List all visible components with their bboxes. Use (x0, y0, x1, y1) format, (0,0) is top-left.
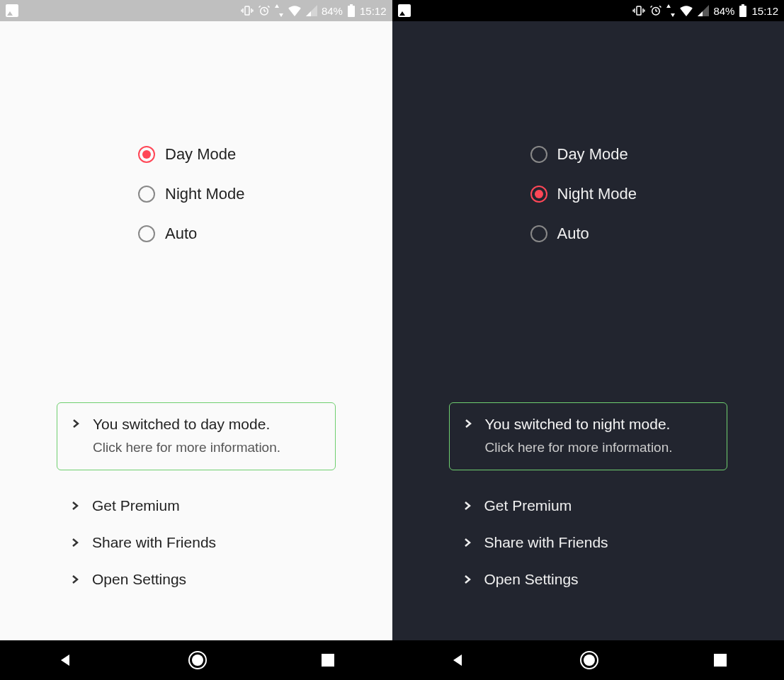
battery-icon (739, 4, 747, 17)
battery-icon (347, 4, 356, 17)
phone-light: 84% 15:12 Day Mode Night Mode Auto (0, 0, 392, 680)
radio-label: Auto (557, 225, 589, 243)
nav-bar (0, 640, 392, 680)
picture-icon (398, 4, 411, 17)
link-get-premium[interactable]: Get Premium (449, 487, 728, 524)
link-label: Get Premium (484, 497, 572, 514)
link-open-settings[interactable]: Open Settings (57, 561, 336, 598)
status-icons: 84% 15:12 (241, 4, 387, 17)
chevron-right-icon (71, 574, 79, 584)
nav-home-button[interactable] (188, 650, 208, 670)
status-bar: 84% 15:12 (0, 0, 392, 21)
data-sync-icon (275, 4, 283, 17)
radio-day-mode[interactable]: Day Mode (530, 145, 785, 164)
chevron-right-icon (463, 501, 472, 511)
link-get-premium[interactable]: Get Premium (57, 487, 336, 524)
svg-marker-11 (279, 13, 283, 17)
wifi-icon (679, 5, 693, 16)
radio-label: Auto (165, 225, 197, 243)
alarm-icon (258, 4, 271, 17)
radio-label: Day Mode (557, 145, 628, 164)
radio-night-mode[interactable]: Night Mode (530, 185, 785, 203)
radio-label: Day Mode (165, 145, 236, 164)
svg-rect-19 (322, 654, 334, 667)
svg-marker-31 (671, 13, 675, 17)
status-bar: 84% 15:12 (392, 0, 785, 21)
status-icons: 84% 15:12 (632, 4, 778, 17)
svg-rect-34 (742, 4, 744, 6)
link-label: Share with Friends (484, 534, 608, 551)
link-label: Get Premium (92, 497, 180, 514)
battery-percent: 84% (713, 5, 734, 17)
svg-rect-35 (739, 6, 746, 17)
link-open-settings[interactable]: Open Settings (449, 561, 728, 598)
svg-marker-30 (666, 4, 671, 8)
radio-label: Night Mode (557, 185, 637, 203)
signal-icon (306, 5, 317, 16)
content-area: Day Mode Night Mode Auto You switched to… (0, 21, 392, 640)
radio-night-mode[interactable]: Night Mode (138, 185, 392, 203)
vibrate-icon (241, 4, 254, 17)
svg-marker-36 (453, 654, 462, 666)
notice-line1: You switched to night mode. (485, 416, 673, 433)
notice-line1: You switched to day mode. (93, 416, 280, 433)
link-share[interactable]: Share with Friends (449, 524, 728, 561)
chevron-right-icon (71, 538, 79, 548)
radio-circle-icon (138, 225, 155, 242)
svg-point-18 (192, 654, 203, 666)
notice-line2: Click here for more information. (485, 440, 673, 455)
links-section: You switched to day mode. Click here for… (0, 402, 392, 598)
chevron-right-icon (463, 574, 472, 584)
svg-line-9 (268, 6, 269, 7)
battery-percent: 84% (322, 5, 343, 17)
svg-line-8 (259, 6, 260, 7)
picture-icon (6, 4, 18, 17)
vibrate-icon (632, 4, 645, 17)
radio-auto-mode[interactable]: Auto (530, 225, 785, 243)
svg-marker-13 (306, 11, 311, 16)
chevron-right-icon (71, 501, 79, 511)
svg-marker-12 (306, 5, 317, 16)
svg-marker-16 (61, 654, 69, 666)
theme-radio-group: Day Mode Night Mode Auto (530, 145, 785, 243)
radio-circle-icon (138, 146, 155, 163)
radio-label: Night Mode (165, 185, 245, 203)
mode-switch-notice[interactable]: You switched to day mode. Click here for… (57, 402, 336, 470)
radio-circle-icon (530, 186, 547, 203)
chevron-right-icon (72, 416, 80, 455)
wifi-icon (288, 5, 302, 16)
theme-radio-group: Day Mode Night Mode Auto (138, 145, 392, 243)
nav-recent-button[interactable] (321, 653, 335, 667)
mode-switch-notice[interactable]: You switched to night mode. Click here f… (449, 402, 728, 470)
nav-back-button[interactable] (449, 652, 466, 669)
clock-time: 15:12 (360, 5, 387, 17)
data-sync-icon (666, 4, 675, 17)
radio-auto-mode[interactable]: Auto (138, 225, 392, 243)
alarm-icon (649, 4, 662, 17)
radio-circle-icon (530, 225, 547, 242)
content-area: Day Mode Night Mode Auto You switched to… (392, 21, 785, 640)
radio-circle-icon (138, 186, 155, 203)
phone-dark: 84% 15:12 Day Mode Night Mode Auto (392, 0, 785, 680)
chevron-right-icon (464, 416, 472, 455)
nav-back-button[interactable] (57, 652, 74, 669)
svg-rect-20 (637, 6, 641, 15)
link-label: Open Settings (92, 571, 186, 588)
svg-line-29 (660, 6, 661, 7)
link-label: Open Settings (484, 571, 579, 588)
svg-marker-33 (698, 11, 703, 16)
link-label: Share with Friends (92, 534, 216, 551)
links-section: You switched to night mode. Click here f… (392, 402, 785, 598)
svg-marker-10 (275, 4, 279, 8)
link-share[interactable]: Share with Friends (57, 524, 336, 561)
svg-rect-15 (348, 6, 355, 17)
notice-line2: Click here for more information. (93, 440, 280, 455)
svg-rect-0 (245, 6, 249, 15)
svg-point-38 (584, 654, 595, 666)
svg-rect-39 (714, 654, 727, 667)
radio-day-mode[interactable]: Day Mode (138, 145, 392, 164)
nav-home-button[interactable] (579, 650, 599, 670)
clock-time: 15:12 (751, 5, 778, 17)
nav-recent-button[interactable] (713, 653, 727, 667)
svg-line-28 (651, 6, 652, 7)
